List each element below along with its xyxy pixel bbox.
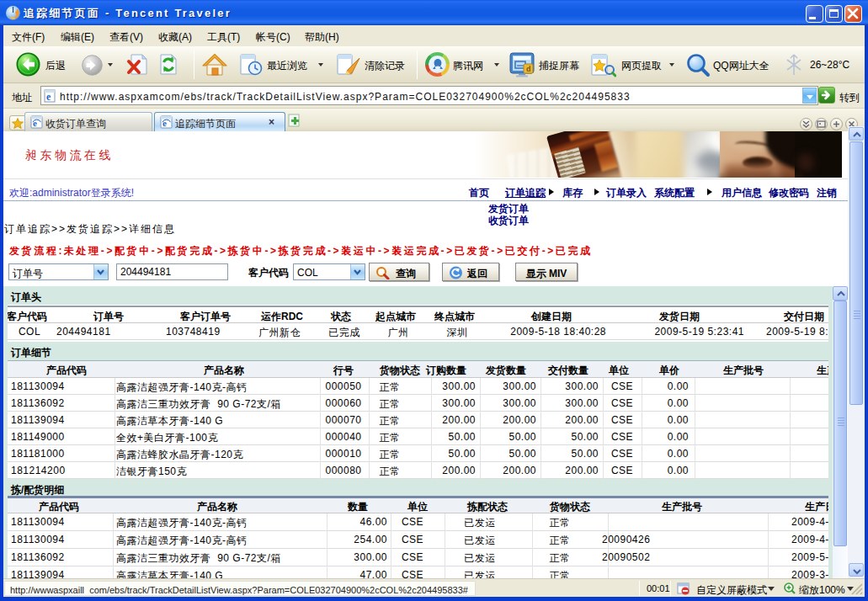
svg-text:d: d — [526, 65, 531, 73]
svg-text:e: e — [46, 91, 51, 103]
